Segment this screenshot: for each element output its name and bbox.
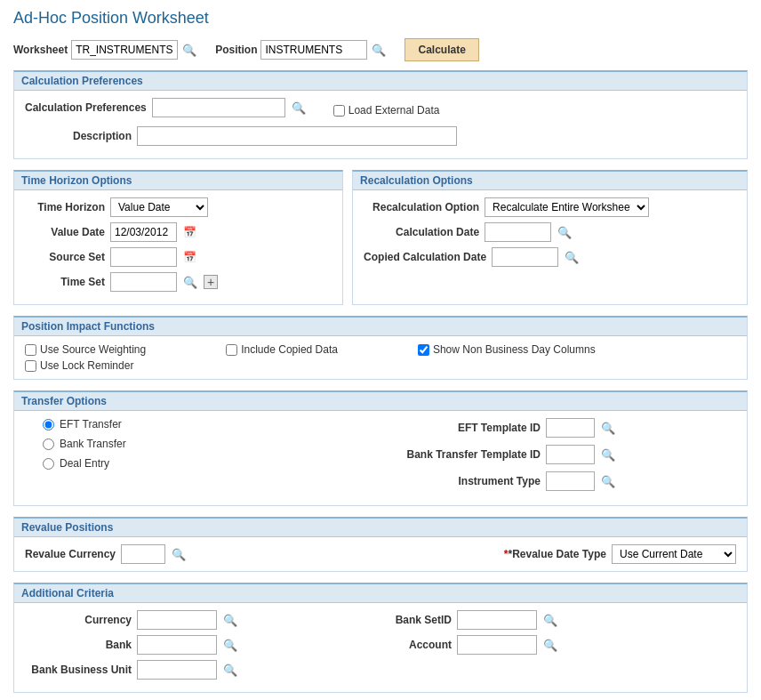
bank-transfer-radio[interactable]	[43, 439, 54, 450]
position-field-group: Position 🔍	[215, 40, 387, 60]
position-impact-header: Position Impact Functions	[14, 318, 747, 336]
position-input[interactable]	[260, 40, 367, 60]
bank-business-unit-input[interactable]	[137, 660, 217, 680]
time-horizon-header: Time Horizon Options	[14, 172, 342, 190]
deal-entry-radio[interactable]	[43, 458, 54, 470]
bank-setid-input[interactable]	[457, 610, 537, 630]
revalue-positions-section: Revalue Positions Revalue Currency 🔍 **R…	[13, 517, 748, 572]
transfer-options-content: EFT Transfer Bank Transfer Deal Entry EF…	[14, 411, 747, 505]
revalue-currency-input[interactable]	[121, 544, 165, 564]
value-date-calendar-icon[interactable]: 📅	[182, 225, 196, 239]
source-set-row: Source Set 📅	[25, 247, 332, 267]
include-copied-data-checkbox[interactable]	[226, 344, 237, 356]
recalc-options-section: Recalculation Options Recalculation Opti…	[352, 170, 748, 305]
eft-template-label: EFT Template ID	[389, 422, 541, 434]
load-external-checkbox[interactable]	[333, 105, 345, 117]
show-non-business-label: Show Non Business Day Columns	[433, 343, 596, 356]
time-horizon-select[interactable]: Value Date Today Custom	[110, 197, 208, 217]
recalc-option-select[interactable]: Recalculate Entire Worksheet Recalculate…	[485, 197, 649, 217]
bank-business-unit-label: Bank Business Unit	[25, 664, 132, 676]
copied-calc-date-lookup-icon[interactable]: 🔍	[564, 249, 580, 265]
description-input[interactable]	[137, 126, 457, 146]
top-row: Worksheet 🔍 Position 🔍 Calculate	[13, 38, 748, 61]
instrument-type-lookup-icon[interactable]: 🔍	[600, 473, 616, 489]
time-set-lookup-icon[interactable]: 🔍	[182, 274, 198, 290]
bank-transfer-template-lookup-icon[interactable]: 🔍	[600, 447, 616, 463]
eft-template-input[interactable]	[546, 418, 595, 438]
load-external-group: Load External Data	[333, 104, 440, 117]
eft-template-lookup-icon[interactable]: 🔍	[600, 420, 616, 436]
currency-lookup-icon[interactable]: 🔍	[222, 612, 238, 628]
calc-prefs-input[interactable]	[152, 98, 285, 117]
revalue-currency-group: Revalue Currency 🔍	[25, 544, 187, 564]
transfer-options-header: Transfer Options	[14, 392, 747, 411]
eft-transfer-radio[interactable]	[43, 419, 54, 430]
revalue-positions-content: Revalue Currency 🔍 **Revalue Date Type U…	[14, 537, 747, 571]
worksheet-lookup-icon[interactable]: 🔍	[181, 42, 197, 58]
bank-transfer-template-input[interactable]	[546, 445, 595, 464]
currency-label: Currency	[25, 614, 132, 626]
transfer-options-section: Transfer Options EFT Transfer Bank Trans…	[13, 390, 748, 506]
currency-row: Currency 🔍	[25, 610, 380, 630]
account-row: Account 🔍	[380, 635, 736, 655]
show-non-business-group: Show Non Business Day Columns	[418, 343, 596, 356]
use-source-weighting-group: Use Source Weighting	[25, 343, 146, 356]
calc-prefs-content: Calculation Preferences 🔍 Load External …	[14, 91, 747, 158]
use-source-weighting-checkbox[interactable]	[25, 344, 36, 356]
calc-prefs-header: Calculation Preferences	[14, 72, 747, 91]
value-date-input[interactable]	[110, 222, 177, 242]
revalue-currency-label: Revalue Currency	[25, 548, 116, 560]
time-set-input[interactable]	[110, 272, 177, 292]
additional-criteria-layout: Currency 🔍 Bank 🔍 Bank Business Unit 🔍	[25, 610, 736, 685]
revalue-date-type-select[interactable]: Use Current Date Custom Date Value Date	[612, 544, 736, 564]
account-lookup-icon[interactable]: 🔍	[542, 637, 558, 653]
copied-calc-date-input[interactable]	[492, 247, 558, 267]
revalue-date-type-label: **Revalue Date Type	[504, 548, 606, 560]
calc-date-row: Calculation Date 🔍	[364, 222, 736, 242]
calc-date-label: Calculation Date	[364, 226, 479, 238]
time-horizon-content: Time Horizon Value Date Today Custom Val…	[14, 190, 342, 304]
bank-input[interactable]	[137, 635, 217, 655]
position-lookup-icon[interactable]: 🔍	[371, 42, 387, 58]
deal-entry-label: Deal Entry	[60, 457, 109, 470]
additional-criteria-header: Additional Criteria	[14, 584, 747, 603]
copied-calc-date-label: Copied Calculation Date	[364, 251, 486, 263]
calculate-button[interactable]: Calculate	[405, 38, 478, 61]
recalc-option-label: Recalculation Option	[364, 201, 479, 213]
time-horizon-label: Time Horizon	[25, 201, 105, 213]
value-date-label: Value Date	[25, 226, 105, 238]
instrument-type-row: Instrument Type 🔍	[389, 471, 736, 491]
account-label: Account	[380, 639, 452, 651]
position-label: Position	[215, 44, 257, 56]
use-lock-reminder-checkbox[interactable]	[25, 360, 36, 372]
additional-criteria-content: Currency 🔍 Bank 🔍 Bank Business Unit 🔍	[14, 603, 747, 692]
time-set-add-icon[interactable]: +	[204, 275, 218, 289]
calc-date-lookup-icon[interactable]: 🔍	[557, 224, 573, 240]
bank-label: Bank	[25, 639, 132, 651]
value-date-row: Value Date 📅	[25, 222, 332, 242]
instrument-type-input[interactable]	[546, 471, 595, 491]
bank-setid-lookup-icon[interactable]: 🔍	[542, 612, 558, 628]
calc-prefs-lookup-icon[interactable]: 🔍	[291, 100, 307, 116]
calc-prefs-row: Calculation Preferences 🔍	[25, 98, 307, 117]
eft-template-row: EFT Template ID 🔍	[389, 418, 736, 438]
bank-business-unit-lookup-icon[interactable]: 🔍	[222, 662, 238, 678]
worksheet-input[interactable]	[71, 40, 178, 60]
description-row: Description	[25, 126, 736, 146]
bank-lookup-icon[interactable]: 🔍	[222, 637, 238, 653]
eft-transfer-row: EFT Transfer	[25, 418, 372, 430]
revalue-currency-lookup-icon[interactable]: 🔍	[171, 546, 187, 562]
account-input[interactable]	[457, 635, 537, 655]
source-set-input[interactable]	[110, 247, 177, 267]
time-horizon-section: Time Horizon Options Time Horizon Value …	[13, 170, 343, 305]
additional-criteria-section: Additional Criteria Currency 🔍 Bank 🔍 Ba…	[13, 583, 748, 693]
calc-date-input[interactable]	[485, 222, 551, 242]
show-non-business-checkbox[interactable]	[418, 344, 429, 356]
bank-transfer-template-row: Bank Transfer Template ID 🔍	[389, 445, 736, 464]
recalc-options-content: Recalculation Option Recalculate Entire …	[353, 190, 747, 279]
worksheet-field-group: Worksheet 🔍	[13, 40, 197, 60]
position-impact-row2: Use Lock Reminder	[25, 359, 736, 372]
source-set-calendar-icon[interactable]: 📅	[182, 250, 196, 264]
currency-input[interactable]	[137, 610, 217, 630]
bank-setid-label: Bank SetID	[380, 614, 452, 626]
